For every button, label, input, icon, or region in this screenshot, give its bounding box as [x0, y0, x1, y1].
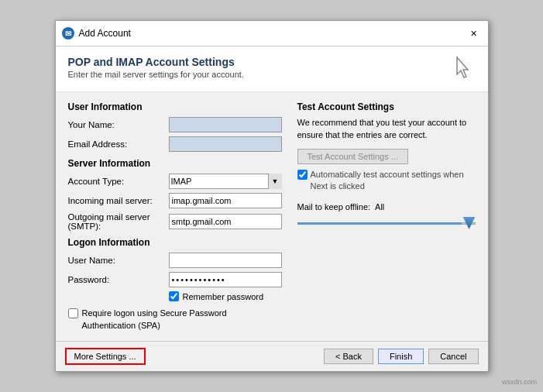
username-label: User Name: — [68, 256, 169, 265]
password-label: Password: — [68, 275, 169, 284]
mail-offline-slider-wrap — [297, 216, 476, 230]
left-panel: User Information Your Name: Email Addres… — [68, 101, 282, 332]
more-settings-button[interactable]: More Settings ... — [65, 348, 146, 365]
window-icon: ✉ — [62, 27, 74, 40]
username-input[interactable] — [169, 253, 282, 268]
spa-checkbox[interactable] — [68, 308, 78, 318]
cancel-button[interactable]: Cancel — [428, 349, 478, 364]
header-subtitle: Enter the mail server settings for your … — [68, 70, 244, 79]
your-name-label: Your Name: — [68, 120, 169, 129]
email-row: Email Address: — [68, 136, 282, 152]
auto-test-row: Automatically test account settings when… — [297, 169, 476, 193]
logon-title: Logon Information — [68, 237, 282, 248]
watermark: wsxdn.com — [502, 378, 537, 386]
spa-label: Require logon using Secure Password Auth… — [82, 308, 282, 332]
footer: More Settings ... < Back Finish Cancel — [56, 341, 488, 371]
password-row: Password: — [68, 272, 282, 287]
account-type-row: Account Type: IMAP POP3 ▼ — [68, 174, 282, 189]
mail-offline-value: All — [375, 202, 384, 211]
outgoing-row: Outgoing mail server (SMTP): — [68, 212, 282, 231]
mail-offline-label: Mail to keep offline: — [297, 202, 371, 211]
titlebar: ✉ Add Account × — [56, 21, 488, 46]
header: POP and IMAP Account Settings Enter the … — [56, 46, 488, 92]
your-name-input[interactable] — [169, 117, 282, 132]
content: User Information Your Name: Email Addres… — [56, 92, 488, 341]
test-account-button[interactable]: Test Account Settings ... — [297, 149, 408, 164]
password-input[interactable] — [169, 272, 282, 287]
outgoing-label: Outgoing mail server (SMTP): — [68, 212, 169, 231]
test-account-desc: We recommend that you test your account … — [297, 117, 476, 141]
outgoing-input[interactable] — [169, 214, 282, 229]
account-type-select[interactable]: IMAP POP3 — [169, 174, 282, 189]
right-panel: Test Account Settings We recommend that … — [297, 101, 476, 332]
incoming-row: Incoming mail server: — [68, 193, 282, 208]
server-info-title: Server Information — [68, 158, 282, 169]
add-account-window: ✉ Add Account × POP and IMAP Account Set… — [55, 20, 489, 372]
mail-offline-row: Mail to keep offline: All — [297, 202, 476, 211]
finish-button[interactable]: Finish — [378, 349, 424, 364]
account-type-select-wrap: IMAP POP3 ▼ — [169, 174, 282, 189]
spa-row: Require logon using Secure Password Auth… — [68, 308, 282, 332]
back-button[interactable]: < Back — [324, 349, 373, 364]
remember-row: Remember password — [169, 291, 282, 301]
incoming-input[interactable] — [169, 193, 282, 208]
account-type-label: Account Type: — [68, 177, 169, 186]
close-button[interactable]: × — [466, 26, 482, 41]
username-row: User Name: — [68, 253, 282, 268]
user-info-title: User Information — [68, 101, 282, 112]
incoming-label: Incoming mail server: — [68, 196, 169, 205]
remember-label: Remember password — [183, 292, 264, 301]
email-input[interactable] — [169, 136, 282, 152]
header-title: POP and IMAP Account Settings — [68, 56, 244, 68]
your-name-row: Your Name: — [68, 117, 282, 132]
auto-test-label: Automatically test account settings when… — [311, 169, 476, 193]
email-label: Email Address: — [68, 139, 169, 149]
header-text: POP and IMAP Account Settings Enter the … — [68, 56, 244, 79]
titlebar-left: ✉ Add Account — [62, 27, 131, 40]
auto-test-checkbox[interactable] — [297, 170, 308, 180]
remember-checkbox[interactable] — [169, 291, 179, 301]
test-account-title: Test Account Settings — [297, 101, 476, 112]
window-title: Add Account — [79, 28, 131, 39]
cursor-icon — [448, 56, 476, 84]
slider-track-active — [297, 222, 462, 225]
